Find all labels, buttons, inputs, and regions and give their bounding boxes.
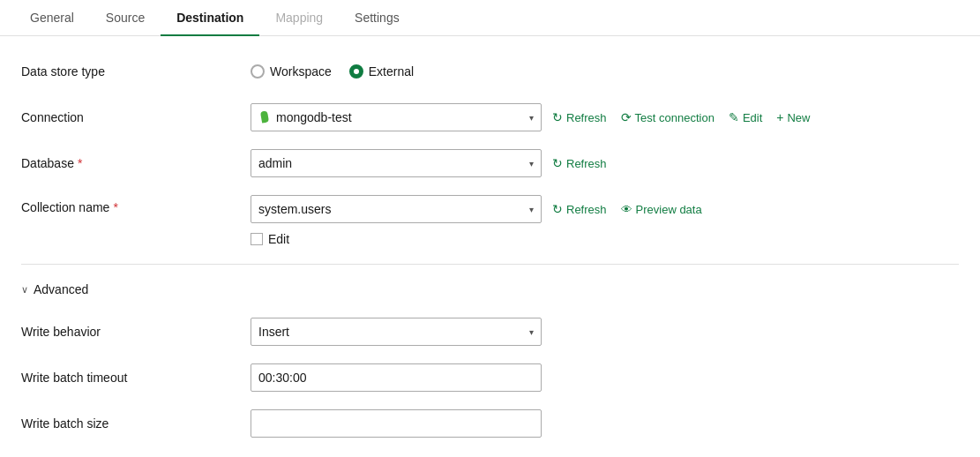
database-label: Database * [21, 156, 251, 170]
database-refresh-button[interactable]: ↻ Refresh [549, 153, 610, 174]
collection-edit-checkbox-row: Edit [251, 232, 706, 246]
data-store-type-controls: Workspace External [251, 64, 414, 79]
write-batch-size-input[interactable] [251, 409, 542, 438]
collection-required-marker: * [113, 200, 117, 214]
edit-connection-button[interactable]: ✎ Edit [725, 107, 766, 128]
tab-source[interactable]: Source [90, 0, 161, 35]
database-required-marker: * [78, 156, 82, 170]
test-connection-label: Test connection [635, 111, 714, 124]
radio-workspace[interactable]: Workspace [251, 64, 332, 79]
tab-destination[interactable]: Destination [161, 0, 259, 35]
advanced-chevron-icon: ∨ [21, 284, 28, 296]
write-behavior-value-text: Insert [258, 325, 289, 339]
connection-select[interactable]: mongodb-test ▾ [251, 103, 542, 131]
write-behavior-row: Write behavior Insert ▾ [21, 318, 959, 346]
collection-select-value: system.users [258, 202, 529, 216]
database-chevron-icon: ▾ [529, 159, 534, 169]
collection-edit-label: Edit [268, 232, 289, 246]
database-value-text: admin [258, 156, 292, 170]
write-behavior-controls: Insert ▾ [251, 318, 542, 346]
mongo-icon [258, 111, 271, 124]
tab-bar: General Source Destination Mapping Setti… [0, 0, 980, 36]
collection-main-row: system.users ▾ ↻ Refresh 👁 Preview data [251, 195, 706, 223]
write-batch-size-controls [251, 409, 542, 438]
database-controls: admin ▾ ↻ Refresh [251, 149, 610, 177]
write-behavior-value: Insert [258, 325, 529, 339]
preview-data-button[interactable]: 👁 Preview data [617, 199, 706, 220]
advanced-divider [21, 264, 959, 265]
collection-name-select[interactable]: system.users ▾ [251, 195, 542, 223]
new-icon: + [776, 110, 783, 124]
advanced-label: Advanced [34, 282, 88, 296]
connection-chevron-icon: ▾ [529, 113, 534, 123]
radio-workspace-circle[interactable] [251, 64, 265, 79]
write-behavior-chevron-icon: ▾ [529, 327, 534, 337]
write-batch-timeout-label: Write batch timeout [21, 371, 251, 385]
database-refresh-icon: ↻ [552, 156, 563, 170]
test-connection-button[interactable]: ⟳ Test connection [617, 107, 718, 128]
write-behavior-select[interactable]: Insert ▾ [251, 318, 542, 346]
preview-data-icon: 👁 [621, 203, 632, 216]
connection-row: Connection mongodb-test ▾ ↻ Refresh ⟳ Te… [21, 103, 959, 131]
collection-edit-checkbox[interactable] [251, 233, 263, 245]
collection-refresh-icon: ↻ [552, 202, 563, 216]
tab-general[interactable]: General [14, 0, 90, 35]
collection-name-label: Collection name * [21, 195, 251, 214]
write-behavior-label: Write behavior [21, 325, 251, 339]
preview-data-label: Preview data [636, 203, 702, 216]
data-store-type-label: Data store type [21, 64, 251, 79]
connection-select-value: mongodb-test [258, 110, 529, 124]
new-connection-button[interactable]: + New [773, 107, 813, 128]
radio-group-store-type: Workspace External [251, 64, 414, 79]
connection-refresh-label: Refresh [566, 111, 607, 124]
radio-external-circle[interactable] [349, 64, 363, 79]
new-connection-label: New [787, 111, 810, 124]
radio-external-label: External [369, 64, 414, 79]
data-store-type-row: Data store type Workspace External [21, 57, 959, 86]
write-batch-size-row: Write batch size [21, 409, 959, 438]
database-row: Database * admin ▾ ↻ Refresh [21, 149, 959, 177]
collection-refresh-label: Refresh [566, 203, 607, 216]
connection-label: Connection [21, 110, 251, 124]
tab-mapping: Mapping [259, 0, 339, 35]
radio-external[interactable]: External [349, 64, 414, 79]
database-select-value: admin [258, 156, 529, 170]
connection-refresh-button[interactable]: ↻ Refresh [549, 107, 610, 128]
edit-icon: ✎ [729, 110, 739, 124]
collection-refresh-button[interactable]: ↻ Refresh [549, 199, 610, 220]
write-batch-timeout-row: Write batch timeout [21, 363, 959, 392]
content-area: Data store type Workspace External Conne… [0, 36, 980, 457]
connection-value-text: mongodb-test [276, 110, 352, 124]
collection-chevron-icon: ▾ [529, 205, 534, 214]
radio-workspace-label: Workspace [270, 64, 332, 79]
collection-controls: system.users ▾ ↻ Refresh 👁 Preview data … [251, 195, 706, 246]
collection-name-row: Collection name * system.users ▾ ↻ Refre… [21, 195, 959, 246]
refresh-icon: ↻ [552, 110, 563, 124]
write-batch-size-label: Write batch size [21, 416, 251, 431]
test-connection-icon: ⟳ [621, 110, 632, 124]
collection-value-text: system.users [258, 202, 331, 216]
connection-controls: mongodb-test ▾ ↻ Refresh ⟳ Test connecti… [251, 103, 813, 131]
edit-connection-label: Edit [743, 111, 762, 124]
database-refresh-label: Refresh [566, 157, 607, 170]
write-batch-timeout-controls [251, 363, 542, 392]
advanced-header[interactable]: ∨ Advanced [21, 279, 959, 300]
tab-settings[interactable]: Settings [339, 0, 415, 35]
database-select[interactable]: admin ▾ [251, 149, 542, 177]
write-batch-timeout-input[interactable] [251, 363, 542, 392]
